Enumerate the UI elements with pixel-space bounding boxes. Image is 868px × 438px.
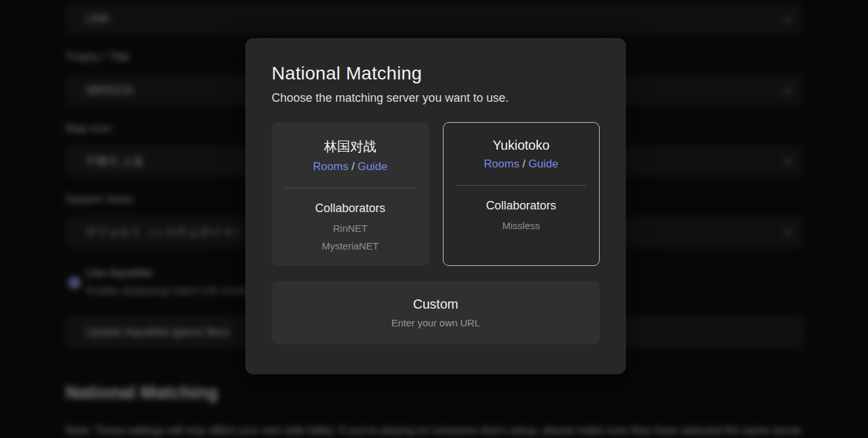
server-links: Rooms / Guide	[272, 160, 428, 173]
screen: LINK Trophy / Title SBR0216 Map Icon 不聊大…	[0, 0, 868, 438]
collaborator-name: Missless	[444, 217, 600, 234]
server-name: Yukiotoko	[444, 138, 600, 153]
collaborators-label: Collaborators	[444, 199, 600, 213]
link-separator: /	[522, 158, 526, 170]
rooms-link[interactable]: Rooms	[313, 160, 348, 173]
server-card-yukiotoko[interactable]: Yukiotoko Rooms / Guide Collaborators Mi…	[443, 122, 600, 266]
collaborators-list: RinNET MysteriaNET	[272, 219, 428, 255]
custom-card-subtitle: Enter your own URL	[391, 317, 480, 328]
guide-link[interactable]: Guide	[358, 160, 387, 173]
collaborators-label: Collaborators	[272, 202, 428, 215]
link-separator: /	[352, 160, 355, 173]
server-links: Rooms / Guide	[444, 158, 600, 171]
dialog-title: National Matching	[272, 63, 600, 84]
server-card-custom[interactable]: Custom Enter your own URL	[272, 281, 600, 344]
dialog-subtitle: Choose the matching server you want to u…	[272, 91, 600, 105]
card-divider	[285, 188, 415, 188]
collaborator-name: RinNET	[272, 219, 428, 237]
guide-link[interactable]: Guide	[529, 158, 558, 170]
server-options: 林国对战 Rooms / Guide Collaborators RinNET …	[272, 122, 600, 266]
collaborators-list: Missless	[444, 217, 600, 234]
collaborator-name: MysteriaNET	[272, 237, 428, 255]
rooms-link[interactable]: Rooms	[484, 158, 520, 170]
server-name: 林国对战	[272, 138, 428, 156]
server-card-linguo[interactable]: 林国对战 Rooms / Guide Collaborators RinNET …	[272, 122, 429, 266]
card-divider	[457, 185, 587, 186]
national-matching-dialog: National Matching Choose the matching se…	[245, 38, 626, 374]
custom-card-title: Custom	[413, 297, 459, 312]
